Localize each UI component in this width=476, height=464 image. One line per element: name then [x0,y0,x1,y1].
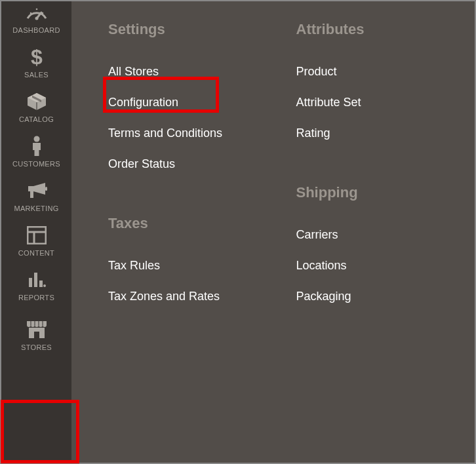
menu-link-attribute-set[interactable]: Attribute Set [296,87,458,118]
section-header-attributes: Attributes [296,21,458,38]
menu-link-locations[interactable]: Locations [296,250,458,281]
menu-link-all-stores[interactable]: All Stores [108,56,270,87]
svg-point-1 [35,9,37,10]
chart-icon [28,269,46,291]
megaphone-icon [26,180,48,202]
section-header-taxes: Taxes [108,215,270,232]
section-header-shipping: Shipping [296,184,458,201]
svg-rect-9 [30,191,33,198]
svg-rect-14 [29,278,32,287]
svg-rect-23 [34,332,39,338]
sidebar-item-stores[interactable]: STORES [1,307,71,362]
menu-link-terms-conditions[interactable]: Terms and Conditions [108,118,270,149]
sidebar-item-label: CUSTOMERS [12,160,60,168]
sidebar-item-label: CONTENT [18,249,54,257]
svg-rect-8 [28,186,33,191]
svg-point-0 [30,12,31,14]
flyout-left-column: Settings All Stores Configuration Terms … [108,20,270,463]
menu-link-carriers[interactable]: Carriers [296,220,458,250]
box-icon [26,90,47,113]
menu-link-order-status[interactable]: Order Status [108,149,270,180]
sidebar-item-catalog[interactable]: CATALOG [1,84,71,128]
person-icon [31,135,43,157]
sidebar-item-marketing[interactable]: MARKETING [1,173,71,218]
stores-flyout-panel: Settings All Stores Configuration Terms … [71,1,475,463]
svg-rect-11 [28,227,46,244]
menu-link-product[interactable]: Product [296,56,458,87]
section-header-settings: Settings [108,21,270,38]
sidebar-item-dashboard[interactable]: DASHBOARD [1,1,71,39]
app-frame: DASHBOARD $ SALES CATALOG [0,0,476,464]
sidebar-item-label: MARKETING [14,204,58,212]
menu-link-packaging[interactable]: Packaging [296,281,458,312]
menu-link-configuration[interactable]: Configuration [108,87,270,118]
svg-point-4 [35,17,38,20]
svg-rect-15 [34,273,37,287]
flyout-right-column: Attributes Product Attribute Set Rating … [296,20,458,463]
sidebar-item-label: REPORTS [18,294,54,301]
sidebar-item-content[interactable]: CONTENT [1,218,71,262]
sidebar-item-label: SALES [24,71,49,79]
svg-rect-10 [45,187,47,191]
menu-link-tax-zones-rates[interactable]: Tax Zones and Rates [108,281,270,312]
dollar-icon: $ [30,46,44,68]
sidebar-item-reports[interactable]: REPORTS [1,262,71,307]
menu-link-rating[interactable]: Rating [296,118,458,149]
svg-point-17 [43,284,46,287]
svg-point-7 [33,136,39,142]
sidebar-item-label: STORES [21,343,52,351]
gauge-icon [25,1,49,24]
store-icon [26,319,48,341]
menu-link-tax-rules[interactable]: Tax Rules [108,250,270,281]
sidebar-item-sales[interactable]: $ SALES [1,39,71,84]
sidebar-item-label: CATALOG [19,115,54,123]
svg-rect-16 [39,280,43,287]
sidebar-item-customers[interactable]: CUSTOMERS [1,128,71,173]
svg-text:$: $ [30,46,42,68]
sidebar-item-label: DASHBOARD [12,26,60,34]
admin-sidebar: DASHBOARD $ SALES CATALOG [1,1,71,463]
layout-icon [27,224,47,246]
